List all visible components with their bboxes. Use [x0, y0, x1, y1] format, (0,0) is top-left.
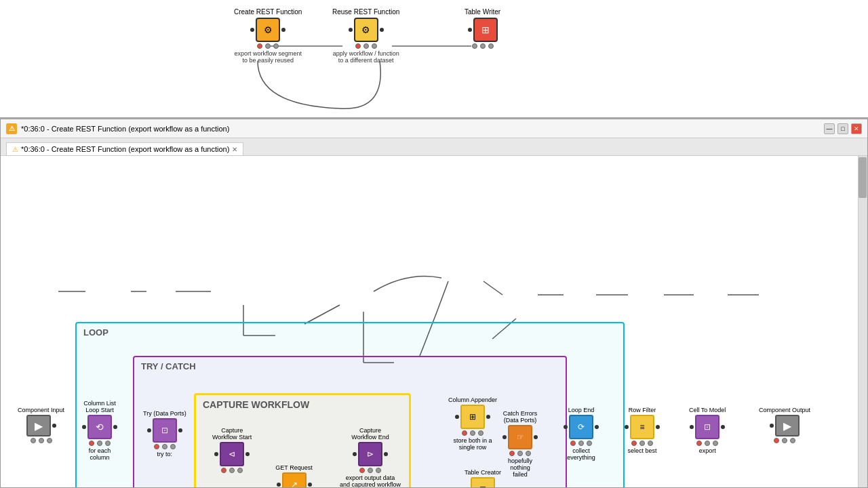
create-rest-sublabel: export workflow segmentto be easily reus…	[234, 50, 302, 64]
component-output-label: Component Output	[759, 407, 810, 413]
table-writer-box[interactable]: ⊞	[473, 18, 498, 42]
get-request-node[interactable]: GET Request ↗ with argumentsbased onsele…	[272, 464, 316, 487]
tab-label: *0:36:0 - Create REST Function (export w…	[21, 145, 229, 153]
catch-errors-label: Catch Errors(Data Ports)	[503, 410, 538, 424]
canvas-area[interactable]: LOOP TRY / CATCH CAPTURE WORKFLOW Compon…	[1, 156, 867, 487]
restore-button[interactable]: □	[837, 123, 848, 134]
loop-end-node[interactable]: Loop End ⟳ collecteverything	[564, 407, 599, 461]
col-list-sublabel: for eachcolumn	[89, 447, 111, 461]
reuse-rest-label: Reuse REST Function	[332, 8, 399, 16]
main-tab[interactable]: ⚠ *0:36:0 - Create REST Function (export…	[6, 142, 243, 155]
column-appender-label: Column Appender	[448, 396, 497, 403]
capture-end-box[interactable]: ⊳	[358, 442, 382, 466]
create-rest-box[interactable]: ⚙	[256, 18, 280, 42]
try-data-ports-box[interactable]: ⊡	[153, 418, 177, 443]
col-list-loop-label: Column ListLoop Start	[83, 400, 116, 413]
row-filter-node[interactable]: Row Filter ≡ select best	[625, 407, 660, 454]
loop-label: LOOP	[83, 327, 108, 338]
table-writer-label: Table Writer	[465, 8, 500, 16]
cell-to-model-node[interactable]: Cell To Model ⊡ export	[689, 407, 726, 454]
tab-close-button[interactable]: ✕	[232, 146, 237, 153]
capture-end-node[interactable]: CaptureWorkflow End ⊳ export output data…	[340, 427, 401, 487]
component-input-node[interactable]: Component Input ▶	[18, 407, 64, 443]
catch-errors-sublabel: hopefullynothingfailed	[508, 458, 532, 478]
title-bar: ⚠ *0:36:0 - Create REST Function (export…	[1, 119, 867, 138]
try-sublabel: try to:	[157, 451, 173, 458]
capture-label: CAPTURE WORKFLOW	[203, 399, 309, 410]
capture-end-sublabel: export output dataand caputred workflow	[340, 474, 401, 487]
component-input-label: Component Input	[18, 407, 64, 413]
cell-to-model-label: Cell To Model	[689, 407, 726, 413]
capture-end-label: CaptureWorkflow End	[351, 427, 389, 441]
capture-start-label: CaptureWorkflow Start	[212, 427, 252, 441]
window-title: *0:36:0 - Create REST Function (export w…	[21, 125, 229, 133]
component-input-box[interactable]: ▶	[26, 415, 51, 436]
minimize-button[interactable]: —	[824, 123, 835, 134]
capture-start-node[interactable]: CaptureWorkflow Start ⊲	[212, 427, 252, 473]
reuse-rest-sublabel: apply workflow / functionto a different …	[333, 50, 399, 64]
column-appender-sublabel: store both in asingle row	[454, 437, 492, 451]
row-filter-label: Row Filter	[629, 407, 656, 413]
loop-end-box[interactable]: ⟳	[569, 415, 593, 439]
try-data-ports-node[interactable]: Try (Data Ports) ⊡ try to:	[143, 410, 186, 458]
table-writer-node[interactable]: Table Writer ⊞	[465, 8, 500, 49]
scrollbar-thumb[interactable]	[859, 157, 867, 198]
vertical-scrollbar[interactable]	[858, 156, 867, 487]
main-window: ⚠ *0:36:0 - Create REST Function (export…	[0, 119, 868, 488]
catch-errors-box[interactable]: ☞	[508, 425, 532, 449]
tab-bar: ⚠ *0:36:0 - Create REST Function (export…	[1, 138, 867, 156]
catch-errors-node[interactable]: Catch Errors(Data Ports) ☞ hopefullynoth…	[502, 410, 538, 478]
window-icon: ⚠	[6, 123, 17, 134]
cell-to-model-sublabel: export	[699, 447, 716, 454]
svg-line-10	[484, 281, 502, 295]
table-creator-node[interactable]: Table Creator ⊞ if anything failsuse cac…	[462, 469, 504, 487]
table-creator-label: Table Creator	[465, 469, 501, 476]
loop-end-sublabel: collecteverything	[567, 447, 595, 461]
get-request-label: GET Request	[275, 464, 312, 471]
component-output-box[interactable]: ▶	[775, 415, 800, 436]
cell-to-model-box[interactable]: ⊡	[695, 415, 719, 439]
tab-warning-icon: ⚠	[12, 146, 18, 153]
col-list-loop-node[interactable]: Column ListLoop Start ⟲ for eachcolumn	[82, 400, 117, 461]
column-appender-box[interactable]: ⊞	[460, 405, 485, 429]
component-output-node[interactable]: Component Output ▶	[759, 407, 810, 443]
get-request-box[interactable]: ↗	[282, 472, 307, 487]
col-list-loop-box[interactable]: ⟲	[87, 415, 112, 439]
reuse-rest-node[interactable]: Reuse REST Function ⚙ apply workflow / f…	[332, 8, 399, 64]
reuse-rest-box[interactable]: ⚙	[354, 18, 378, 42]
row-filter-box[interactable]: ≡	[630, 415, 654, 439]
try-catch-label: TRY / CATCH	[141, 361, 196, 371]
table-creator-box[interactable]: ⊞	[471, 477, 495, 487]
close-button[interactable]: ✕	[851, 123, 862, 134]
column-appender-node[interactable]: Column Appender ⊞ store both in asingle …	[448, 396, 497, 451]
loop-end-label: Loop End	[568, 407, 595, 413]
window-controls: — □ ✕	[824, 123, 862, 134]
svg-line-7	[304, 305, 340, 324]
try-data-ports-label: Try (Data Ports)	[143, 410, 186, 417]
create-rest-node[interactable]: Create REST Function ⚙ export workflow s…	[234, 8, 302, 64]
create-rest-label: Create REST Function	[234, 8, 302, 16]
top-diagram-area: Create REST Function ⚙ export workflow s…	[0, 0, 868, 119]
row-filter-sublabel: select best	[627, 447, 656, 454]
capture-start-box[interactable]: ⊲	[220, 442, 244, 466]
